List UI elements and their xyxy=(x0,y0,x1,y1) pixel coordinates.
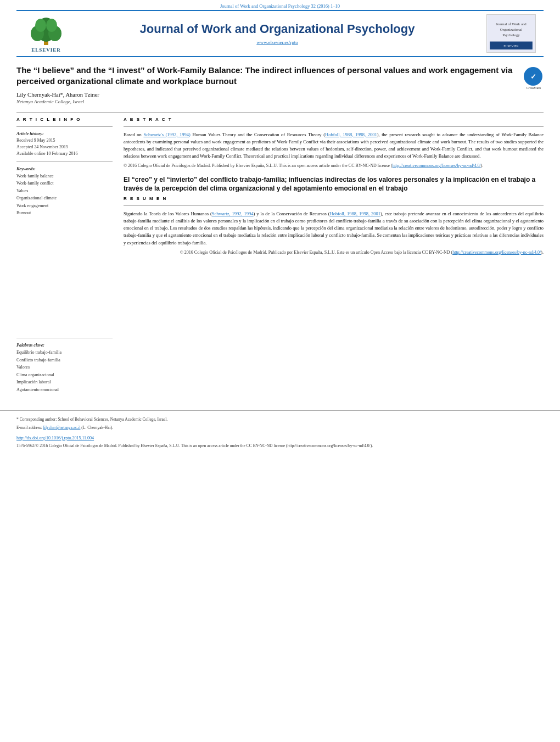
history-section: Article history: Received 9 May 2015 Acc… xyxy=(16,131,113,157)
palabras-clave-section: Palabras clave: Equilibrio trabajo-famil… xyxy=(16,338,113,394)
left-column: A R T I C L E I N F O Article history: R… xyxy=(16,117,113,394)
svg-point-4 xyxy=(35,19,46,32)
corresponding-author: * Corresponding author: School of Behavi… xyxy=(16,416,544,422)
svg-point-5 xyxy=(46,19,57,32)
right-column: A B S T R A C T Based on Schwartz's (199… xyxy=(124,117,544,394)
elsevier-tree-icon xyxy=(27,14,65,46)
accepted-date: Accepted 24 November 2015 xyxy=(16,144,113,150)
svg-text:Organizational: Organizational xyxy=(500,27,522,31)
main-content: The “I believe” and the “I invest” of Wo… xyxy=(0,57,560,394)
keywords-section: Keywords: Work-family balance Work-famil… xyxy=(16,166,113,217)
journal-header: ELSEVIER Journal of Work and Organizatio… xyxy=(16,10,544,57)
resumen-paragraph: Siguiendo la Teoría de los Valores Human… xyxy=(124,210,544,247)
page: Journal of Work and Organizational Psych… xyxy=(0,0,560,742)
palabra-5: Implicación laboral xyxy=(16,378,113,386)
abstract-divider xyxy=(124,126,544,127)
schwartz-ref-es: Schwartz, 1992, 1994 xyxy=(212,211,254,216)
resumen-text: Siguiendo la Teoría de los Valores Human… xyxy=(124,210,544,256)
palabra-3: Valores xyxy=(16,364,113,371)
keyword-2: Work-family conflict xyxy=(16,180,113,187)
palabra-1: Equilibrio trabajo-familia xyxy=(16,349,113,356)
doi-link[interactable]: http://dx.doi.org/10.1016/j.rpto.2015.11… xyxy=(16,435,544,442)
resumen-divider xyxy=(124,205,544,206)
email-label: E-mail address: xyxy=(16,425,42,430)
keywords-label: Keywords: xyxy=(16,166,113,171)
abstract-paragraph: Based on Schwartz's (1992, 1994) Human V… xyxy=(124,131,544,160)
available-date: Available online 10 February 2016 xyxy=(16,150,113,157)
logo-left: ELSEVIER xyxy=(24,14,68,53)
crossmark-label: CrossMark xyxy=(524,86,544,90)
resumen-label: R E S U M E N xyxy=(124,196,544,201)
journal-title-center: Journal of Work and Organizational Psych… xyxy=(74,22,481,45)
journal-citation: Journal of Work and Organizational Psych… xyxy=(220,3,340,9)
palabras-list: Equilibrio trabajo-familia Conflicto tra… xyxy=(16,349,113,394)
info-divider xyxy=(16,126,113,127)
spanish-title: El “creo” y el “invierto” del conflicto … xyxy=(124,175,544,193)
two-col-layout: A R T I C L E I N F O Article history: R… xyxy=(16,117,544,394)
crossmark-badge: ✓ CrossMark xyxy=(524,67,544,90)
palabra-6: Agotamiento emocional xyxy=(16,386,113,394)
svg-text:Journal of Work and: Journal of Work and xyxy=(496,22,527,26)
abstract-label: A B S T R A C T xyxy=(124,117,544,122)
elsevier-label: ELSEVIER xyxy=(31,47,61,53)
keywords-list: Work-family balance Work-family conflict… xyxy=(16,172,113,217)
title-divider xyxy=(16,112,544,113)
article-title-text: The “I believe” and the “I invest” of Wo… xyxy=(16,65,518,108)
keyword-5: Work engagement xyxy=(16,202,113,210)
issn-text: 1576-5962/© 2016 Colegio Oficial de Psic… xyxy=(16,443,544,449)
journal-top-bar: Journal of Work and Organizational Psych… xyxy=(0,0,560,10)
palabras-divider xyxy=(16,338,113,338)
keyword-6: Burnout xyxy=(16,209,113,217)
keyword-1: Work-family balance xyxy=(16,172,113,180)
received-date: Received 9 May 2015 xyxy=(16,137,113,144)
svg-text:Psychology: Psychology xyxy=(502,33,520,37)
keyword-4: Organizational climate xyxy=(16,194,113,202)
palabras-label: Palabras clave: xyxy=(16,343,113,348)
palabra-4: Clima organizacional xyxy=(16,371,113,379)
journal-url[interactable]: www.elsevier.es/rpto xyxy=(74,40,481,45)
journal-cover-image: Journal of Work and Organizational Psych… xyxy=(487,15,535,52)
keywords-divider xyxy=(16,161,113,162)
hobfoll-ref: Hobfoll, 1988, 1998, 2001 xyxy=(325,132,377,137)
cc-license-link-en[interactable]: http://creativecommons.org/licenses/by-n… xyxy=(393,163,481,168)
crossmark-icon: ✓ xyxy=(524,67,542,86)
footer-area: * Corresponding author: School of Behavi… xyxy=(0,410,560,455)
svg-text:ELSEVIER: ELSEVIER xyxy=(503,44,519,48)
email-line: E-mail address: lilycher@netanya.ac.il (… xyxy=(16,425,544,431)
history-label: Article history: xyxy=(16,131,113,136)
article-title-section: The “I believe” and the “I invest” of Wo… xyxy=(16,65,544,108)
article-info-label: A R T I C L E I N F O xyxy=(16,117,113,122)
abstract-copyright: © 2016 Colegio Oficial de Psicólogos de … xyxy=(124,163,544,169)
journal-title: Journal of Work and Organizational Psych… xyxy=(74,22,481,36)
email-address[interactable]: lilycher@netanya.ac.il xyxy=(43,425,81,430)
logo-right: Journal of Work and Organizational Psych… xyxy=(486,14,536,53)
schwartz-ref: Schwartz's (1992, 1994) xyxy=(143,132,190,137)
email-suffix: (L. Chernyak-Hai). xyxy=(81,425,113,430)
article-affiliation: Netanya Academic College, Israel xyxy=(16,99,518,104)
hobfoll-ref-es: Hobfoll, 1988, 1998, 2001 xyxy=(330,211,380,216)
keyword-3: Values xyxy=(16,187,113,195)
abstract-text: Based on Schwartz's (1992, 1994) Human V… xyxy=(124,131,544,170)
resumen-copyright: © 2016 Colegio Oficial de Psicólogos de … xyxy=(124,249,544,256)
cc-license-link-es[interactable]: http://creativecommons.org/licenses/by-n… xyxy=(452,250,541,255)
article-title: The “I believe” and the “I invest” of Wo… xyxy=(16,65,518,87)
palabra-2: Conflicto trabajo-familia xyxy=(16,356,113,364)
corresponding-text: * Corresponding author: School of Behavi… xyxy=(16,417,167,422)
article-authors: Lily Chernyak-Hai*, Aharon Tziner xyxy=(16,92,518,98)
